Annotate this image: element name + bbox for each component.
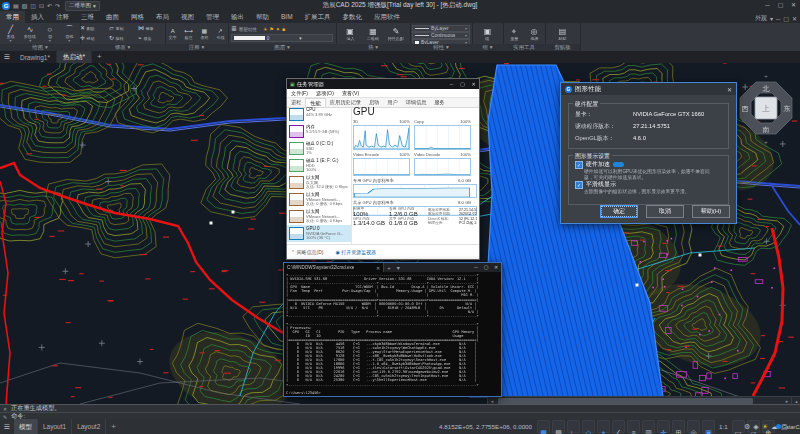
view-compass[interactable]: + 北 东 南 西 上 + xyxy=(734,72,798,146)
ribbon-tool[interactable]: ▤粘贴 xyxy=(554,27,572,41)
document-tab[interactable]: Drawing1*✕ xyxy=(14,51,57,63)
cmd-tab[interactable]: C:\WINDOWS\system32\cmd.exe ✕ xyxy=(284,263,384,272)
dialog-close-button[interactable]: ✕ xyxy=(727,86,732,93)
close-command-icon[interactable]: ✕ xyxy=(2,406,8,412)
panel-label[interactable]: 绘图 ▾ xyxy=(0,44,80,51)
ribbon-tab[interactable]: 视图 xyxy=(175,11,200,23)
property-combo[interactable]: Continuous▾ xyxy=(412,32,470,39)
ribbon-tool[interactable]: A文字 xyxy=(165,28,181,40)
status-toggle[interactable]: ⊞ xyxy=(672,420,685,433)
status-icon[interactable]: ⚙ xyxy=(744,423,750,431)
ribbon-tab[interactable]: 插入 xyxy=(25,11,50,23)
panel-label[interactable]: 特性 ▾ xyxy=(410,44,472,51)
ribbon-tool[interactable]: ◎选择 xyxy=(525,27,543,41)
ribbon-tool[interactable]: ⌁修剪 xyxy=(138,35,165,42)
layer-combo[interactable]: 0▾ xyxy=(231,34,333,42)
ribbon-restore-button[interactable]: ▢ xyxy=(783,15,789,22)
annotation-scale[interactable]: 1:1 xyxy=(717,423,730,430)
workspace-switcher[interactable]: 二维草图▾ xyxy=(65,1,100,11)
fewer-details-button[interactable]: ⌃ 简略信息(D) xyxy=(291,249,324,255)
quick-access-icon[interactable]: ▧ xyxy=(22,1,28,11)
panel-label[interactable]: 修改 ▾ xyxy=(80,44,165,51)
ribbon-tab[interactable]: 扩展工具 xyxy=(299,11,337,23)
new-layout-button[interactable]: + xyxy=(106,422,121,431)
panel-label[interactable]: 图层 ▾ xyxy=(228,44,336,51)
dialog-button[interactable]: 帮助(H) xyxy=(692,205,730,218)
taskmgr-maximize-button[interactable]: ▢ xyxy=(457,79,468,89)
ribbon-minimize-button[interactable]: ─ xyxy=(776,16,780,22)
ribbon-tab[interactable]: 帮助 xyxy=(250,11,275,23)
dialog-button[interactable]: 取消 xyxy=(646,205,684,218)
menu-item[interactable]: 文件(F) xyxy=(287,89,312,97)
perf-sidebar-item[interactable]: 以太网 VMware Network... 发送: 0 接收: 0 Kbps xyxy=(287,208,351,225)
new-tab-button[interactable]: + xyxy=(384,265,394,271)
status-icon[interactable]: ◈ xyxy=(753,423,758,431)
quick-access-icon[interactable]: ↶ xyxy=(47,1,52,11)
layout-tab[interactable]: 模型 xyxy=(14,419,38,434)
menu-item[interactable]: 查看(V) xyxy=(338,89,363,97)
close-button[interactable]: ✕ xyxy=(787,0,800,11)
cmd-close-button[interactable]: ✕ xyxy=(491,263,501,272)
layer-state-icon[interactable]: ■ xyxy=(282,26,285,32)
panel-label[interactable]: 组 ▾ xyxy=(472,44,503,51)
ribbon-tool[interactable]: ✕删除 xyxy=(80,25,107,32)
hardware-accel-checkbox[interactable]: ✓ xyxy=(575,161,583,169)
ribbon-close-button[interactable]: ✕ xyxy=(792,15,797,22)
ribbon-tab[interactable]: 常用 xyxy=(0,11,25,23)
perf-sidebar-item[interactable]: 磁盘 1 (E: F: G:) HDD 100% xyxy=(287,157,351,174)
ribbon-tab[interactable]: 曲面 xyxy=(100,11,125,23)
status-toggle[interactable]: ⌖ xyxy=(597,420,610,433)
taskmgr-close-button[interactable]: ✕ xyxy=(468,79,479,89)
perf-sidebar-item[interactable]: 以太网 以太网 发送: 32.0 接收: 0 Kbps xyxy=(287,174,351,191)
dialog-button[interactable]: 确定 xyxy=(600,205,638,218)
ribbon-tool[interactable]: ▱复制 xyxy=(109,25,136,32)
cmd-maximize-button[interactable]: ▢ xyxy=(481,263,491,272)
ribbon-tool[interactable]: ⌒圆弧▾ xyxy=(60,25,78,42)
perf-sidebar-item[interactable]: 内存 9.2/15.9 GB (58%) xyxy=(287,123,351,140)
ribbon-tab[interactable]: 输出 xyxy=(225,11,250,23)
ribbon-tab[interactable]: 管理 xyxy=(200,11,225,23)
new-document-button[interactable]: + xyxy=(92,51,107,63)
layer-properties-icon[interactable]: ≣ xyxy=(231,25,237,33)
status-toggle[interactable]: ∟ xyxy=(567,420,580,433)
close-tab-icon[interactable]: ✕ xyxy=(376,265,380,271)
document-tab[interactable]: 热启动*✕ xyxy=(57,51,92,63)
quick-access-icon[interactable]: ◫ xyxy=(30,1,36,11)
perf-sidebar-item[interactable]: CPU 44% 3.89 GHz xyxy=(287,106,351,123)
ribbon-tool[interactable]: ▣组 xyxy=(479,27,497,41)
ribbon-tool[interactable]: ∿多段线▾ xyxy=(21,25,39,42)
app-logo-icon[interactable]: G xyxy=(2,2,10,10)
layer-state-icon[interactable]: ☀ xyxy=(263,26,267,32)
quick-access-icon[interactable]: ▤ xyxy=(13,1,19,11)
ribbon-tab[interactable]: BIM xyxy=(275,11,299,23)
layer-state-icon[interactable]: ⚑ xyxy=(269,26,273,32)
ribbon-tab[interactable]: 网格 xyxy=(125,11,150,23)
layer-state-icon[interactable]: ✦ xyxy=(276,26,280,32)
minimize-button[interactable]: ─ xyxy=(761,0,774,11)
ribbon-tool[interactable]: ↗引线 xyxy=(212,28,228,40)
ribbon-tab[interactable]: 三维 xyxy=(75,11,100,23)
ribbon-tab[interactable]: 注释 xyxy=(50,11,75,23)
ribbon-tool[interactable]: ▦二维码 xyxy=(364,27,382,41)
cmd-minimize-button[interactable]: ─ xyxy=(471,263,481,272)
ribbon-tab[interactable]: 参数化 xyxy=(337,11,369,23)
taskmgr-minimize-button[interactable]: ─ xyxy=(446,79,457,89)
quick-access-icon[interactable]: ⊡ xyxy=(39,1,44,11)
ribbon-tab[interactable]: 布局 xyxy=(150,11,175,23)
ribbon-tool[interactable]: ↻旋转 xyxy=(109,35,136,42)
property-combo[interactable]: ByLayer▾ xyxy=(412,25,470,32)
maximize-button[interactable]: ▢ xyxy=(774,0,787,11)
perf-sidebar-item[interactable]: 以太网 VMware Network... 发送: 0 接收: 0 Kbps xyxy=(287,191,351,208)
open-resource-monitor-link[interactable]: ◉ 打开资源监视器 xyxy=(336,249,377,255)
status-toggle[interactable]: ▣ xyxy=(702,420,715,433)
perf-sidebar-item[interactable]: GPU 0 NVIDIA GeForce G... 100% (36 °C) xyxy=(287,225,351,242)
layout-tab[interactable]: Layout1 xyxy=(38,419,72,434)
menu-icon[interactable]: ☰ xyxy=(0,51,14,63)
quick-access-icon[interactable]: ↷ xyxy=(55,1,60,11)
ribbon-tool[interactable]: ✛移动 xyxy=(80,35,107,42)
ribbon-tool[interactable]: ⋈镜像 xyxy=(138,25,165,32)
ribbon-tool[interactable]: ▦表格 xyxy=(197,28,213,40)
status-icon[interactable]: ☀ xyxy=(762,423,768,431)
ribbon-tool[interactable]: ▣插入 xyxy=(341,27,359,41)
status-toggle[interactable]: ▥ xyxy=(642,420,655,433)
